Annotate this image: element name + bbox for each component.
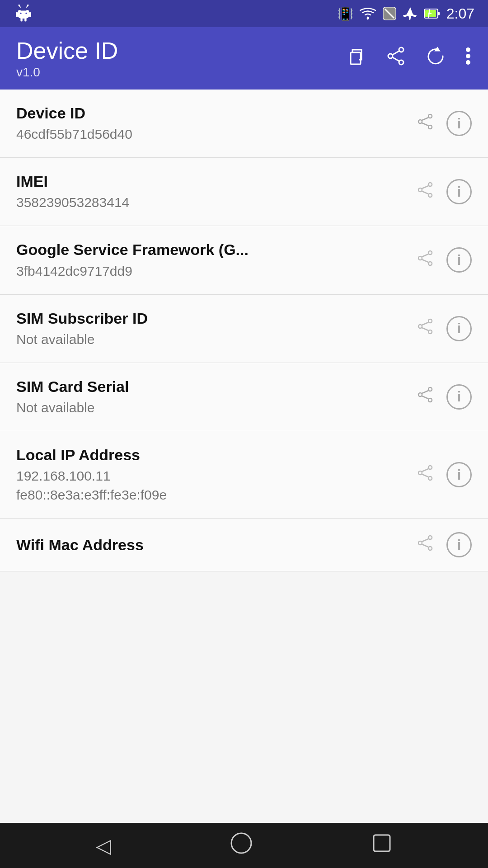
share-button[interactable] [382,42,409,74]
svg-point-31 [428,114,432,118]
signal-off-icon [382,6,397,21]
svg-line-49 [422,322,428,325]
sim-subscriber-text: SIM Subscriber ID Not available [16,308,406,349]
wifi-mac-text: Wifi Mac Address [16,535,406,555]
svg-rect-3 [16,12,18,17]
svg-point-30 [466,60,470,65]
sim-serial-actions: i [417,384,472,410]
list-item-imei: IMEI 358239053283414 i [0,158,488,226]
svg-line-25 [393,51,399,55]
sim-subscriber-share-button[interactable] [417,318,434,339]
sim-serial-text: SIM Card Serial Not available [16,377,406,417]
local-ip-share-button[interactable] [417,464,434,486]
svg-point-32 [428,125,432,129]
device-id-actions: i [417,111,472,136]
svg-line-64 [422,539,428,542]
local-ip-value: 192.168.100.11 fe80::8e3a:e3ff:fe3e:f09e [16,467,406,505]
svg-point-51 [428,387,432,391]
svg-rect-67 [374,835,390,851]
gsf-share-button[interactable] [417,250,434,271]
status-time: 2:07 [446,5,474,22]
home-button[interactable] [230,832,253,859]
nav-bar: ◁ [0,823,488,868]
app-title-group: Device ID v1.0 [16,37,118,80]
svg-point-36 [428,183,432,186]
app-version: v1.0 [16,65,118,80]
imei-info-button[interactable]: i [446,179,472,204]
copy-button[interactable] [343,42,370,74]
gsf-info-button[interactable]: i [446,247,472,273]
svg-point-58 [418,471,422,475]
svg-rect-11 [20,13,21,14]
local-ip-info-button[interactable]: i [446,462,472,487]
svg-point-66 [231,833,251,853]
app-title: Device ID [16,37,118,64]
svg-point-24 [388,54,393,58]
wifi-mac-label: Wifi Mac Address [16,535,406,555]
more-options-button[interactable] [462,42,474,74]
vibrate-icon: 📳 [338,6,353,21]
local-ip-actions: i [417,462,472,487]
list-item-wifi-mac: Wifi Mac Address i [0,519,488,571]
device-id-info-button[interactable]: i [446,111,472,136]
wifi-icon [360,7,376,20]
android-icon [14,4,33,24]
imei-value: 358239053283414 [16,193,406,212]
back-button[interactable]: ◁ [96,834,111,857]
imei-share-button[interactable] [417,181,434,203]
svg-rect-21 [351,52,361,64]
svg-point-33 [418,120,422,123]
content-list: Device ID 46cdf55b71d56d40 i IMEI 358239… [0,90,488,823]
sim-serial-label: SIM Card Serial [16,377,406,396]
wifi-mac-actions: i [417,532,472,557]
svg-line-60 [422,474,428,477]
svg-point-28 [466,47,470,52]
svg-rect-2 [18,10,29,19]
svg-line-44 [422,254,428,257]
list-item-local-ip: Local IP Address 192.168.100.11 fe80::8e… [0,431,488,519]
svg-point-62 [428,547,432,550]
sim-subscriber-label: SIM Subscriber ID [16,308,406,328]
sim-serial-value: Not available [16,398,406,417]
svg-line-40 [422,191,428,194]
svg-point-10 [27,5,28,6]
svg-line-35 [422,123,428,126]
svg-line-65 [422,544,428,547]
svg-point-61 [428,536,432,539]
svg-line-54 [422,391,428,393]
device-id-share-button[interactable] [417,113,434,134]
list-item-sim-serial: SIM Card Serial Not available i [0,363,488,431]
gsf-text: Google Service Framework (G... 3fb4142dc… [16,240,406,280]
svg-point-57 [428,476,432,480]
svg-rect-4 [29,12,31,17]
wifi-mac-share-button[interactable] [417,534,434,556]
imei-actions: i [417,179,472,204]
app-bar: Device ID v1.0 [0,27,488,90]
recents-button[interactable] [371,833,392,858]
gsf-label: Google Service Framework (G... [16,240,406,259]
status-bar: 📳 2:07 [0,0,488,27]
device-id-value: 46cdf55b71d56d40 [16,125,406,144]
svg-point-53 [418,393,422,396]
imei-text: IMEI 358239053283414 [16,171,406,212]
sim-subscriber-actions: i [417,316,472,341]
svg-rect-12 [25,13,27,14]
svg-line-26 [393,57,399,61]
svg-rect-6 [24,18,26,22]
sim-serial-share-button[interactable] [417,386,434,407]
svg-point-9 [18,5,19,6]
sim-subscriber-info-button[interactable]: i [446,316,472,341]
sim-serial-info-button[interactable]: i [446,384,472,410]
svg-marker-27 [436,48,439,51]
svg-point-56 [428,466,432,469]
device-id-label: Device ID [16,103,406,123]
refresh-button[interactable] [422,42,449,74]
svg-point-48 [418,325,422,328]
wifi-mac-info-button[interactable]: i [446,532,472,557]
local-ip-label: Local IP Address [16,445,406,465]
svg-rect-5 [20,18,22,22]
app-bar-actions [343,42,474,74]
svg-point-47 [428,330,432,334]
imei-label: IMEI [16,171,406,191]
battery-icon [424,7,440,20]
